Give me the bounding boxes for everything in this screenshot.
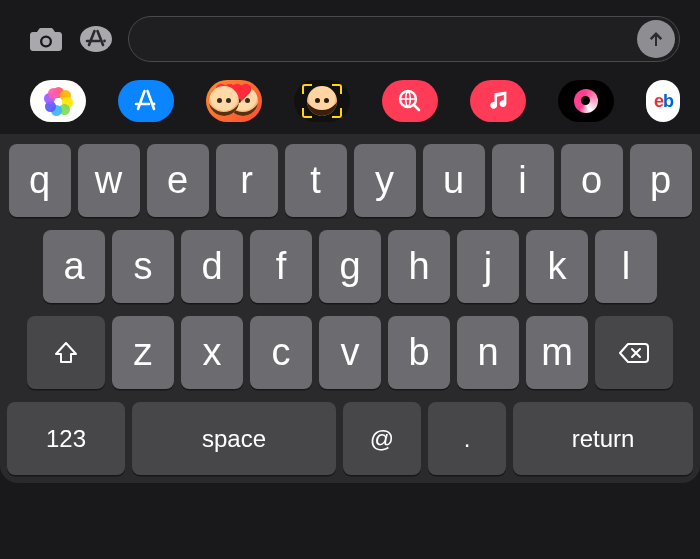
memoji-icon — [209, 86, 239, 116]
key-at[interactable]: @ — [343, 402, 421, 475]
key-backspace[interactable] — [595, 316, 673, 389]
key-numbers[interactable]: 123 — [7, 402, 125, 475]
key-i[interactable]: i — [492, 144, 554, 217]
backspace-icon — [618, 341, 650, 365]
keyboard-row-2: a s d f g h j k l — [5, 230, 695, 303]
key-w[interactable]: w — [78, 144, 140, 217]
key-a[interactable]: a — [43, 230, 105, 303]
key-e[interactable]: e — [147, 144, 209, 217]
svg-point-0 — [80, 26, 112, 52]
app-chip-memoji[interactable] — [206, 80, 262, 122]
shift-icon — [53, 340, 79, 366]
keyboard-row-4: 123 space @ . return — [5, 402, 695, 475]
photos-icon — [45, 88, 71, 114]
key-x[interactable]: x — [181, 316, 243, 389]
key-g[interactable]: g — [319, 230, 381, 303]
app-chip-animoji[interactable] — [294, 80, 350, 122]
svg-point-2 — [153, 103, 156, 106]
app-store-icon — [79, 22, 113, 56]
key-u[interactable]: u — [423, 144, 485, 217]
ebay-icon: eb — [654, 91, 673, 112]
key-d[interactable]: d — [181, 230, 243, 303]
keyboard: q w e r t y u i o p a s d f g h j k l z … — [0, 134, 700, 483]
key-f[interactable]: f — [250, 230, 312, 303]
imessage-app-strip[interactable]: eb — [0, 70, 700, 134]
camera-button[interactable] — [28, 21, 64, 57]
svg-point-1 — [103, 40, 106, 43]
key-l[interactable]: l — [595, 230, 657, 303]
key-n[interactable]: n — [457, 316, 519, 389]
key-return[interactable]: return — [513, 402, 693, 475]
message-input[interactable] — [147, 29, 637, 50]
stickers-icon — [574, 89, 598, 113]
app-chip-ebay[interactable]: eb — [646, 80, 680, 122]
key-h[interactable]: h — [388, 230, 450, 303]
app-chip-photos[interactable] — [30, 80, 86, 122]
key-k[interactable]: k — [526, 230, 588, 303]
key-b[interactable]: b — [388, 316, 450, 389]
globe-search-icon — [396, 87, 424, 115]
focus-frame-icon — [302, 84, 342, 118]
key-shift[interactable] — [27, 316, 105, 389]
key-space[interactable]: space — [132, 402, 336, 475]
app-chip-appstore[interactable] — [118, 80, 174, 122]
key-period[interactable]: . — [428, 402, 506, 475]
app-store-icon — [132, 87, 160, 115]
app-chip-stickers[interactable] — [558, 80, 614, 122]
message-input-container[interactable] — [128, 16, 680, 62]
key-o[interactable]: o — [561, 144, 623, 217]
message-toolbar — [0, 0, 700, 70]
key-q[interactable]: q — [9, 144, 71, 217]
app-drawer-button[interactable] — [78, 21, 114, 57]
key-z[interactable]: z — [112, 316, 174, 389]
key-m[interactable]: m — [526, 316, 588, 389]
music-note-icon — [486, 89, 510, 113]
key-r[interactable]: r — [216, 144, 278, 217]
app-chip-music[interactable] — [470, 80, 526, 122]
keyboard-row-1: q w e r t y u i o p — [5, 144, 695, 217]
key-y[interactable]: y — [354, 144, 416, 217]
key-t[interactable]: t — [285, 144, 347, 217]
key-j[interactable]: j — [457, 230, 519, 303]
key-c[interactable]: c — [250, 316, 312, 389]
send-button[interactable] — [637, 20, 675, 58]
keyboard-row-3: z x c v b n m — [5, 316, 695, 389]
app-chip-images-search[interactable] — [382, 80, 438, 122]
key-v[interactable]: v — [319, 316, 381, 389]
arrow-up-icon — [646, 29, 666, 49]
key-p[interactable]: p — [630, 144, 692, 217]
camera-icon — [28, 25, 64, 53]
key-s[interactable]: s — [112, 230, 174, 303]
